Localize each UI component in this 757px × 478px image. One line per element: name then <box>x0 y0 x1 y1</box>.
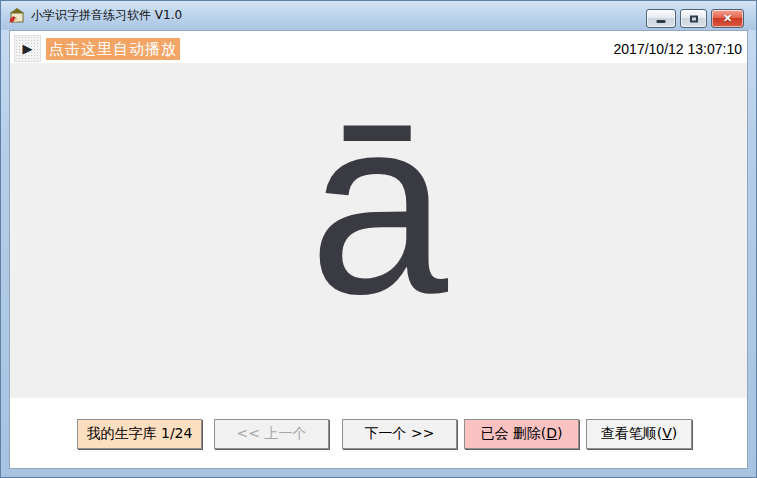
close-button[interactable]: ✕ <box>711 9 744 28</box>
toolbar-row: ▶ 点击这里自动播放 2017/10/12 13:07:10 <box>10 31 747 63</box>
minimize-icon <box>657 20 666 23</box>
previous-button: << 上一个 <box>214 419 329 449</box>
window-title: 小学识字拼音练习软件 V1.0 <box>31 1 182 30</box>
next-button[interactable]: 下一个 >> <box>342 419 457 449</box>
titlebar: 小学识字拼音练习软件 V1.0 ✕ <box>1 1 756 30</box>
datetime-label: 2017/10/12 13:07:10 <box>614 31 742 63</box>
play-icon: ▶ <box>23 41 33 56</box>
delete-known-button[interactable]: 已会 删除(D) <box>464 419 579 449</box>
previous-button-label: << 上一个 <box>237 425 307 443</box>
app-icon <box>8 7 26 24</box>
footer-bar: 我的生字库 1/24 << 上一个 下一个 >> 已会 删除(D) 查看笔顺(V… <box>10 398 747 468</box>
window-controls: ✕ <box>646 9 744 28</box>
next-button-label: 下一个 >> <box>365 425 435 443</box>
close-icon: ✕ <box>723 12 732 24</box>
play-button[interactable]: ▶ <box>14 35 41 62</box>
autoplay-link[interactable]: 点击这里自动播放 <box>46 38 180 60</box>
maximize-button[interactable] <box>680 9 707 28</box>
wordbank-button-label: 我的生字库 1/24 <box>87 425 193 443</box>
character-display-area: ā <box>10 63 747 398</box>
client-area: ▶ 点击这里自动播放 2017/10/12 13:07:10 ā 我的生字库 1… <box>9 30 748 469</box>
view-strokes-button[interactable]: 查看笔顺(V) <box>586 419 692 449</box>
maximize-icon <box>690 15 698 22</box>
minimize-button[interactable] <box>646 9 676 28</box>
pinyin-character: ā <box>309 82 448 332</box>
delete-known-button-label: 已会 删除(D) <box>480 425 562 443</box>
view-strokes-button-label: 查看笔顺(V) <box>601 425 678 443</box>
app-window: 小学识字拼音练习软件 V1.0 ✕ ▶ 点击这里自动播放 2017/10/12 … <box>0 0 757 478</box>
wordbank-button[interactable]: 我的生字库 1/24 <box>77 419 202 449</box>
